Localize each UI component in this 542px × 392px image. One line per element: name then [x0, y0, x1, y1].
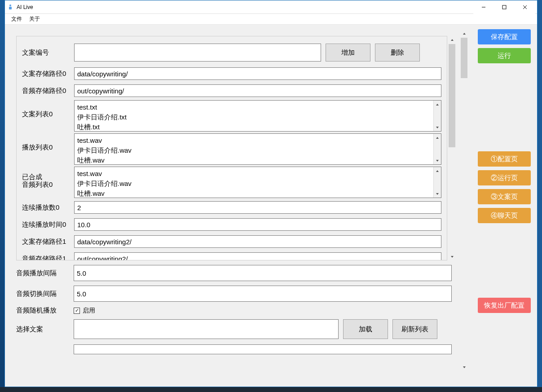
label-audio-store-path1: 音频存储路径1 — [22, 255, 74, 260]
scroll-up-icon[interactable] — [460, 30, 468, 37]
group-scrollbar[interactable] — [448, 36, 456, 260]
label-copy-list0: 文案列表0 — [22, 100, 74, 118]
scroll-down-icon[interactable] — [448, 253, 456, 260]
label-audio-switch-interval: 音频切换间隔 — [16, 290, 74, 298]
window-title: AI Live — [17, 4, 33, 10]
scroll-down-icon[interactable] — [434, 123, 441, 131]
refresh-list-button[interactable]: 刷新列表 — [392, 319, 437, 339]
svg-rect-3 — [502, 5, 506, 9]
input-select-copy[interactable] — [74, 319, 339, 339]
factory-reset-button[interactable]: 恢复出厂配置 — [478, 298, 531, 313]
add-button[interactable]: 增加 — [326, 44, 370, 62]
scroll-down-icon[interactable] — [434, 190, 441, 198]
input-copy-store-path1[interactable] — [74, 235, 441, 248]
scroll-thumb[interactable] — [461, 38, 467, 78]
save-config-button[interactable]: 保存配置 — [478, 29, 531, 44]
textarea-synth-list0[interactable]: test.wav 伊卡日语介绍.wav 吐槽.wav — [74, 167, 441, 198]
nav-run-page[interactable]: ②运行页 — [478, 170, 531, 185]
scroll-up-icon[interactable] — [448, 36, 456, 44]
main-panel: 文案编号 增加 删除 文案存储路径0 音频存储路径0 文案列表0 — [9, 29, 470, 382]
textarea-copy-list0[interactable]: test.txt 伊卡日语介绍.txt 吐槽.txt — [74, 100, 441, 132]
input-audio-store-path1[interactable] — [74, 252, 441, 260]
input-cont-play-time0[interactable] — [74, 218, 441, 231]
app-window: AI Live 文件 关于 文案编号 — [4, 0, 538, 387]
input-copy-store-path0[interactable] — [74, 67, 441, 80]
settings-group: 文案编号 增加 删除 文案存储路径0 音频存储路径0 文案列表0 — [16, 36, 447, 260]
input-extra[interactable] — [74, 344, 452, 354]
taskbar — [0, 387, 542, 392]
scroll-down-icon[interactable] — [460, 363, 468, 371]
scroll-up-icon[interactable] — [434, 101, 441, 108]
input-audio-switch-interval[interactable] — [74, 286, 452, 302]
label-synth-list0: 已合成音频列表0 — [22, 167, 74, 189]
titlebar: AI Live — [5, 0, 537, 14]
checkbox-enable-random[interactable] — [74, 308, 80, 314]
label-select-copy: 选择文案 — [16, 325, 74, 333]
sidebar: 保存配置 运行 ①配置页 ②运行页 ③文案页 ④聊天页 恢复出厂配置 — [474, 25, 537, 387]
delete-button[interactable]: 删除 — [375, 44, 420, 62]
label-copy-id: 文案编号 — [22, 48, 74, 57]
label-audio-play-interval: 音频播放间隔 — [16, 269, 74, 277]
close-button[interactable] — [515, 0, 535, 14]
load-button[interactable]: 加载 — [343, 319, 388, 339]
menu-file[interactable]: 文件 — [8, 14, 26, 24]
scroll-up-icon[interactable] — [434, 167, 441, 175]
checkbox-enable-label: 启用 — [83, 307, 95, 315]
scroll-thumb[interactable] — [449, 44, 455, 147]
menu-about[interactable]: 关于 — [26, 14, 44, 24]
copy-list0-scrollbar[interactable] — [433, 101, 441, 131]
synth-list0-scrollbar[interactable] — [433, 167, 441, 198]
label-cont-play-count0: 连续播放数0 — [22, 203, 74, 211]
play-list0-scrollbar[interactable] — [433, 134, 441, 164]
menubar: 文件 关于 — [5, 14, 537, 25]
nav-copy-page[interactable]: ③文案页 — [478, 189, 531, 204]
run-button[interactable]: 运行 — [478, 48, 531, 63]
label-play-list0: 播放列表0 — [22, 133, 74, 151]
label-cont-play-time0: 连续播放时间0 — [22, 220, 74, 229]
app-icon — [7, 4, 14, 11]
label-copy-store-path0: 文案存储路径0 — [22, 70, 74, 78]
input-audio-play-interval[interactable] — [74, 265, 452, 281]
maximize-button[interactable] — [494, 0, 515, 14]
scroll-up-icon[interactable] — [434, 134, 441, 141]
minimize-button[interactable] — [473, 0, 494, 14]
outer-scrollbar[interactable] — [460, 30, 468, 371]
svg-rect-1 — [9, 7, 12, 9]
label-audio-store-path0: 音频存储路径0 — [22, 87, 74, 95]
label-audio-random-play: 音频随机播放 — [16, 306, 74, 315]
svg-point-0 — [9, 4, 11, 6]
label-copy-store-path1: 文案存储路径1 — [22, 238, 74, 246]
input-copy-id[interactable] — [74, 44, 321, 62]
scroll-down-icon[interactable] — [434, 157, 441, 164]
nav-config-page[interactable]: ①配置页 — [478, 151, 531, 167]
nav-chat-page[interactable]: ④聊天页 — [478, 208, 531, 223]
input-audio-store-path0[interactable] — [74, 84, 441, 97]
input-cont-play-count0[interactable] — [74, 201, 441, 214]
textarea-play-list0[interactable]: test.wav 伊卡日语介绍.wav 吐槽.wav — [74, 133, 441, 165]
